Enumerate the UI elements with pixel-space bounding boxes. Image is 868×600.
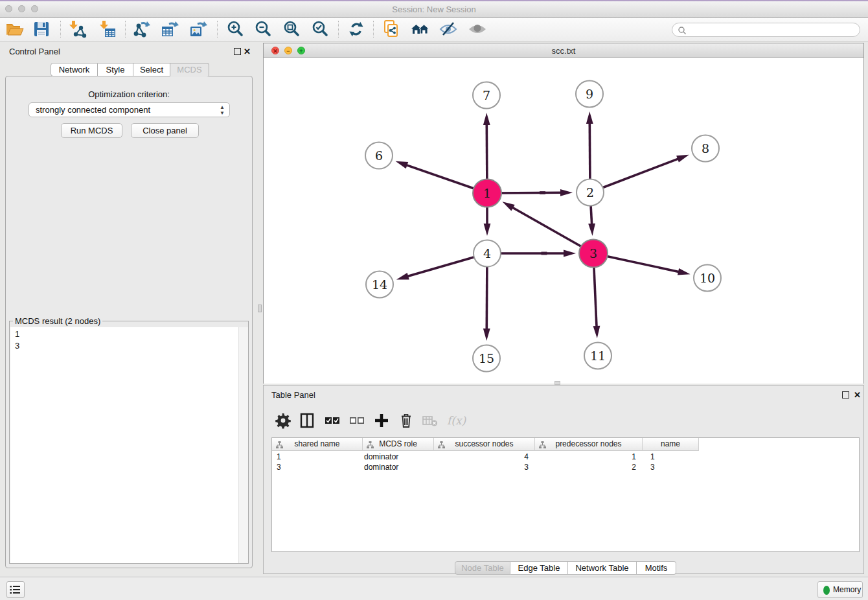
table-settings-icon[interactable]	[274, 411, 292, 430]
unselect-all-columns-icon[interactable]	[348, 411, 366, 430]
result-scrollbar[interactable]	[238, 327, 248, 563]
network-canvas-svg: 7968124314101511	[264, 58, 863, 384]
float-panel-icon[interactable]	[234, 48, 241, 55]
toolbar-separator	[60, 21, 61, 38]
memory-button[interactable]: Memory	[817, 581, 863, 598]
table-row[interactable]: 3dominator323	[272, 462, 699, 472]
delete-column-icon[interactable]	[397, 411, 415, 430]
column-header-successor-nodes[interactable]: successor nodes	[434, 438, 535, 451]
graph-node-9[interactable]: 9	[576, 81, 603, 108]
open-folder-icon[interactable]	[5, 19, 24, 39]
graph-edge-2-8[interactable]	[590, 158, 680, 192]
graph-edge-arrowhead	[484, 224, 491, 236]
graph-node-label: 15	[479, 351, 494, 365]
search-icon	[678, 26, 687, 35]
hide-details-icon[interactable]	[439, 19, 458, 39]
mcds-result-values: 1 3	[15, 329, 19, 352]
graph-node-10[interactable]: 10	[694, 265, 721, 292]
table-row[interactable]: 1dominator411	[272, 452, 699, 462]
table-tab-node-table[interactable]: Node Table	[455, 561, 510, 575]
save-icon[interactable]	[32, 19, 51, 39]
mcds-result-box: MCDS result (2 nodes) 1 3	[9, 321, 249, 564]
zoom-selected-icon[interactable]	[310, 19, 330, 39]
delete-table-icon[interactable]	[421, 411, 439, 430]
graph-node-label: 2	[586, 185, 594, 200]
import-network-icon[interactable]	[67, 19, 87, 39]
import-table-icon[interactable]	[98, 19, 117, 39]
select-stepper-icon: ▲▼	[220, 104, 225, 116]
tab-mcds[interactable]: MCDS	[170, 63, 209, 77]
network-window-titlebar: ✕ − + scc.txt	[264, 43, 863, 58]
export-network-icon[interactable]	[132, 19, 152, 39]
toolbar-separator	[338, 21, 339, 38]
table-cell: 4	[434, 452, 535, 462]
graph-node-label: 10	[700, 271, 715, 285]
main-toolbar	[0, 18, 868, 41]
graph-edge-arrowhead	[396, 273, 409, 279]
table-cell: dominator	[363, 462, 434, 472]
zoom-in-icon[interactable]	[225, 19, 245, 39]
graph-edge-arrowhead	[586, 111, 593, 124]
export-table-icon[interactable]	[160, 19, 179, 39]
graph-node-14[interactable]: 14	[366, 271, 393, 298]
optimization-select-value: strongly connected component	[36, 105, 150, 115]
clone-network-icon[interactable]	[382, 19, 402, 39]
function-builder-icon[interactable]: f(x)	[447, 411, 473, 430]
graph-node-4[interactable]: 4	[474, 240, 501, 267]
graph-node-2[interactable]: 2	[577, 179, 604, 206]
graph-edge-arrowhead	[676, 155, 689, 163]
graph-node-3[interactable]: 3	[579, 240, 608, 268]
graph-edge-arrowhead	[396, 161, 409, 168]
column-header-name[interactable]: name	[643, 438, 699, 451]
memory-status-dot	[823, 586, 830, 595]
column-header-MCDS-role[interactable]: MCDS role	[363, 438, 434, 451]
splitter-grip-vertical[interactable]	[258, 305, 262, 312]
column-header-shared-name[interactable]: shared name	[272, 438, 363, 451]
network-home-icon[interactable]	[411, 19, 430, 39]
graph-edge-arrowhead	[588, 224, 595, 236]
show-details-icon[interactable]	[468, 19, 487, 39]
graph-node-label: 3	[589, 246, 597, 260]
select-all-columns-icon[interactable]	[323, 411, 341, 430]
refresh-icon[interactable]	[347, 19, 366, 39]
zoom-out-icon[interactable]	[253, 19, 273, 39]
run-mcds-button[interactable]: Run MCDS	[61, 123, 122, 138]
column-header-predecessor-nodes[interactable]: predecessor nodes	[535, 438, 643, 451]
graph-node-7[interactable]: 7	[473, 82, 500, 109]
graph-node-6[interactable]: 6	[365, 143, 393, 169]
close-panel-button[interactable]: Close panel	[131, 123, 199, 138]
tab-select[interactable]: Select	[133, 63, 170, 76]
graph-node-1[interactable]: 1	[473, 179, 501, 207]
tab-network[interactable]: Network	[51, 63, 98, 76]
network-canvas[interactable]: 7968124314101511	[264, 58, 863, 384]
mcds-result-area[interactable]: 1 3	[10, 327, 248, 563]
show-columns-icon[interactable]	[298, 411, 316, 430]
table-tab-edge-table[interactable]: Edge Table	[510, 561, 568, 575]
graph-node-8[interactable]: 8	[692, 135, 719, 162]
graph-edge-arrowhead	[678, 268, 691, 275]
task-history-button[interactable]	[6, 581, 25, 598]
graph-edge-arrowhead	[564, 250, 576, 257]
control-panel-title: Control Panel	[9, 47, 60, 56]
top-strip	[0, 0, 868, 1]
optimization-select[interactable]: strongly connected component ▲▼	[29, 102, 230, 117]
table-tabs: Node TableEdge TableNetwork TableMotifs	[455, 561, 676, 575]
graph-node-label: 8	[702, 141, 709, 156]
close-panel-icon[interactable]: ✕	[244, 48, 251, 55]
table-tab-motifs[interactable]: Motifs	[637, 561, 676, 575]
close-table-panel-icon[interactable]: ✕	[854, 391, 861, 398]
graph-node-11[interactable]: 11	[584, 343, 611, 369]
window-titlebar: Session: New Session	[0, 0, 868, 18]
graph-node-15[interactable]: 15	[473, 345, 500, 372]
float-table-panel-icon[interactable]	[842, 391, 849, 398]
search-input[interactable]	[672, 23, 860, 37]
zoom-fit-icon[interactable]	[282, 19, 301, 39]
graph-edge-arrowhead	[560, 189, 573, 196]
tab-style[interactable]: Style	[98, 63, 133, 76]
table-cell: 3	[272, 462, 363, 472]
table-tab-network-table[interactable]: Network Table	[568, 561, 637, 575]
network-window: ✕ − + scc.txt 7968124314101511	[263, 43, 864, 384]
export-image-icon[interactable]	[188, 19, 208, 39]
toolbar-separator	[373, 21, 374, 38]
add-column-icon[interactable]	[372, 411, 391, 430]
